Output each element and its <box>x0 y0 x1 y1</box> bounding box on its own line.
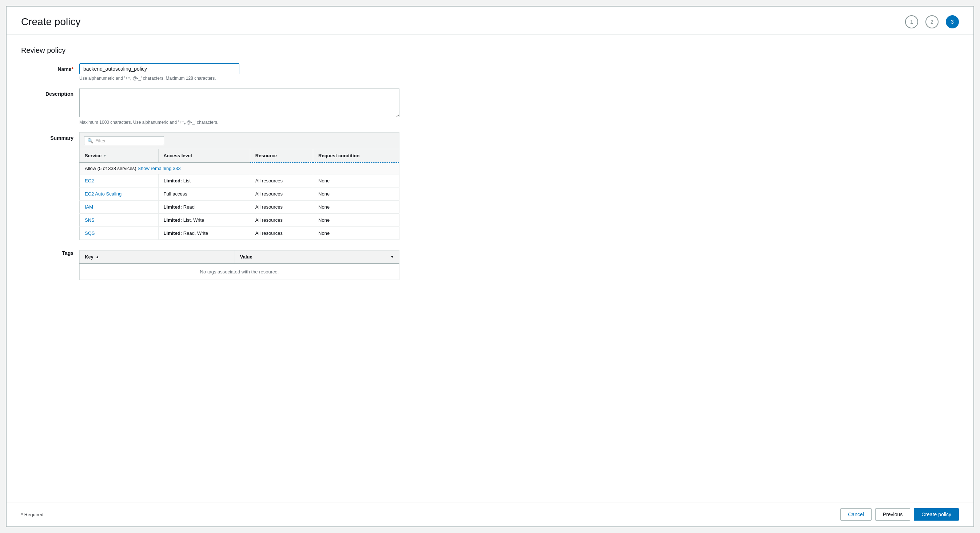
footer-buttons: Cancel Previous Create policy <box>840 508 959 520</box>
description-hint: Maximum 1000 characters. Use alphanumeri… <box>79 120 399 125</box>
condition-cell: None <box>313 227 399 240</box>
resource-cell: All resources <box>250 174 313 187</box>
summary-section: 🔍 Service ▼ <box>79 132 399 240</box>
tags-section: Key ▲ Value ▼ <box>79 250 399 280</box>
table-row: SQS Limited: Read, Write All resources N… <box>80 227 399 240</box>
allow-text: Allow (5 of 338 services) <box>85 166 137 171</box>
access-level-cell: Limited: List <box>158 174 250 187</box>
service-link[interactable]: EC2 Auto Scaling <box>85 191 121 196</box>
description-field-row: Description Maximum 1000 characters. Use… <box>21 88 959 125</box>
previous-button[interactable]: Previous <box>875 508 910 520</box>
no-tags-row: No tags associated with the resource. <box>80 263 399 280</box>
cancel-button[interactable]: Cancel <box>840 508 872 520</box>
search-icon: 🔍 <box>87 138 93 144</box>
access-level-cell: Limited: Read, Write <box>158 227 250 240</box>
no-tags-message: No tags associated with the resource. <box>200 269 279 274</box>
condition-cell: None <box>313 174 399 187</box>
description-label: Description <box>21 88 79 97</box>
col-header-service[interactable]: Service ▼ <box>80 149 159 163</box>
condition-cell: None <box>313 214 399 227</box>
table-row: IAM Limited: Read All resources None <box>80 201 399 214</box>
table-row: EC2 Auto Scaling Full access All resourc… <box>80 187 399 201</box>
name-hint: Use alphanumeric and '+=,.@-_' character… <box>79 76 399 81</box>
service-sort-icon: ▼ <box>103 154 107 158</box>
access-level-cell: Limited: Read <box>158 201 250 214</box>
condition-cell: None <box>313 187 399 201</box>
filter-bar: 🔍 <box>79 132 399 149</box>
col-header-request-condition[interactable]: Request condition <box>313 149 399 163</box>
step-indicators: 1 2 3 <box>905 15 959 29</box>
summary-field-row: Summary 🔍 Service <box>21 132 959 240</box>
table-row: SNS Limited: List, Write All resources N… <box>80 214 399 227</box>
step-2-indicator: 2 <box>926 15 939 29</box>
value-sort-down-icon: ▼ <box>390 255 394 259</box>
access-level-cell: Full access <box>158 187 250 201</box>
resource-cell: All resources <box>250 187 313 201</box>
key-sort-up-icon: ▲ <box>95 255 99 259</box>
create-policy-button[interactable]: Create policy <box>914 508 959 520</box>
service-link[interactable]: SNS <box>85 217 95 223</box>
resource-cell: All resources <box>250 214 313 227</box>
resource-cell: All resources <box>250 201 313 214</box>
condition-cell: None <box>313 201 399 214</box>
table-row: EC2 Limited: List All resources None <box>80 174 399 187</box>
page-title: Create policy <box>21 16 80 28</box>
step-1-indicator: 1 <box>905 15 918 29</box>
tags-table: Key ▲ Value ▼ <box>79 250 399 280</box>
show-remaining-link[interactable]: Show remaining 333 <box>137 166 181 171</box>
section-title: Review policy <box>21 46 959 54</box>
description-field-container: Maximum 1000 characters. Use alphanumeri… <box>79 88 399 125</box>
name-label: Name* <box>21 63 79 72</box>
tags-value-header: Value ▼ <box>235 251 399 264</box>
filter-input-wrap: 🔍 <box>84 136 164 145</box>
name-field-row: Name* Use alphanumeric and '+=,.@-_' cha… <box>21 63 959 81</box>
filter-input[interactable] <box>95 138 161 144</box>
allow-row: Allow (5 of 338 services) Show remaining… <box>80 163 399 174</box>
page-footer: * Required Cancel Previous Create policy <box>6 502 974 527</box>
service-link[interactable]: IAM <box>85 204 93 210</box>
service-link[interactable]: SQS <box>85 230 95 236</box>
required-note: * Required <box>21 512 43 517</box>
name-input[interactable] <box>79 63 239 74</box>
tags-label: Tags <box>21 247 79 256</box>
description-textarea[interactable] <box>79 88 399 117</box>
summary-label: Summary <box>21 132 79 141</box>
name-field-container: Use alphanumeric and '+=,.@-_' character… <box>79 63 399 81</box>
step-3-indicator: 3 <box>946 15 959 29</box>
service-link[interactable]: EC2 <box>85 178 94 184</box>
tags-field-row: Tags Key ▲ <box>21 247 959 280</box>
col-header-resource[interactable]: Resource <box>250 149 313 163</box>
access-level-cell: Limited: List, Write <box>158 214 250 227</box>
tags-key-header: Key ▲ <box>80 251 235 264</box>
summary-table: Service ▼ Access level Resource <box>79 149 399 240</box>
col-header-access-level: Access level <box>158 149 250 163</box>
resource-cell: All resources <box>250 227 313 240</box>
